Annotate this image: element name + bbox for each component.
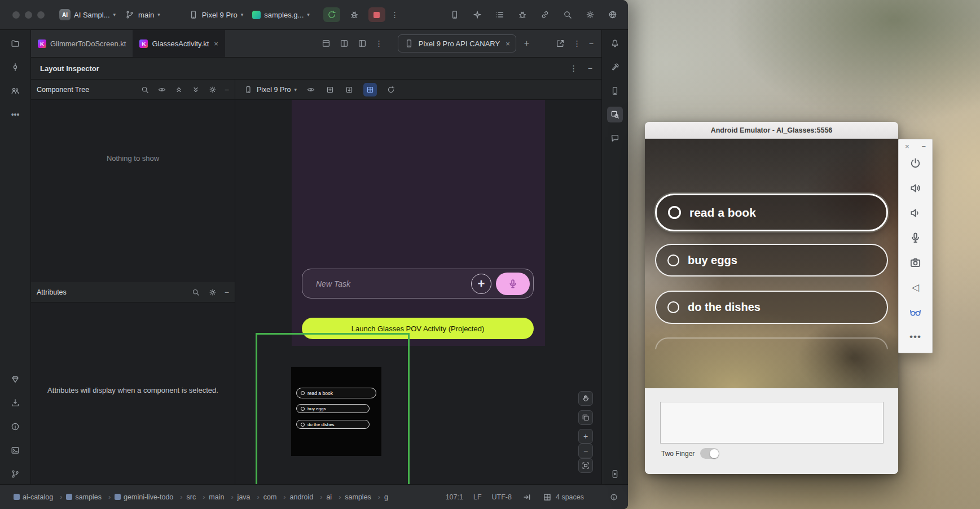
back-button[interactable]: ◁ (898, 275, 933, 300)
add-device-icon[interactable]: + (524, 39, 529, 48)
file-encoding[interactable]: UTF-8 (492, 493, 512, 501)
hide-panel-icon[interactable]: − (589, 40, 594, 47)
visibility-eye-icon[interactable] (157, 85, 167, 95)
debug-button[interactable] (346, 7, 363, 22)
export-snapshot-icon[interactable] (344, 85, 354, 95)
toolbar-close-icon[interactable]: × (905, 142, 909, 151)
git-tool-icon[interactable] (7, 466, 23, 482)
emulator-tool-icon[interactable] (607, 466, 623, 482)
mirror-device-selector[interactable]: Pixel 9 Pro ▾ (243, 85, 297, 95)
close-window-button[interactable] (12, 11, 20, 19)
layers-button[interactable] (578, 410, 593, 425)
minimize-window-button[interactable] (25, 11, 32, 19)
line-separator[interactable]: LF (473, 493, 482, 501)
device-selector[interactable]: Pixel 9 Pro ▾ (184, 7, 248, 22)
attributes-settings-gear-icon[interactable] (208, 287, 218, 297)
todo-item[interactable]: buy eggs (655, 244, 888, 277)
project-selector[interactable]: AI AI Sampl... ▾ (55, 7, 120, 23)
pan-mode-button[interactable] (578, 391, 593, 406)
search-icon[interactable] (140, 85, 150, 95)
search-icon[interactable] (562, 10, 573, 20)
tab-glassesactivity[interactable]: K GlassesActivity.kt × (133, 30, 225, 57)
volume-up-button[interactable] (898, 175, 933, 200)
search-icon[interactable] (191, 287, 201, 297)
problems-icon[interactable] (7, 419, 23, 435)
device-manager-icon[interactable] (607, 83, 623, 99)
gem-icon[interactable] (7, 371, 23, 387)
more-tools-icon[interactable]: ••• (7, 107, 23, 122)
view-mode-split-icon[interactable] (339, 38, 349, 49)
glasses-pov-display[interactable]: read a book buy eggs do the dishes (645, 139, 898, 388)
open-in-new-window-icon[interactable] (555, 38, 565, 49)
volume-down-button[interactable] (898, 200, 933, 225)
ai-sparkle-icon[interactable] (472, 10, 482, 20)
microphone-button[interactable] (898, 225, 933, 250)
live-updates-eye-icon[interactable] (306, 85, 316, 95)
camera-button[interactable] (898, 250, 933, 275)
editor-tabbar: K GlimmerToDoScreen.kt K GlassesActivity… (31, 30, 601, 58)
more-options-button[interactable]: ••• (898, 324, 933, 349)
glasses-mode-button[interactable] (898, 300, 933, 324)
settings-gear-icon[interactable] (585, 10, 595, 20)
attributes-hide-icon[interactable]: − (225, 288, 229, 296)
build-tool-icon[interactable] (607, 59, 623, 75)
panel-more-icon[interactable]: ⋮ (573, 40, 581, 47)
voice-input-button[interactable] (496, 273, 530, 295)
rerun-button[interactable] (323, 7, 340, 22)
editor-more-icon[interactable]: ⋮ (375, 40, 383, 47)
collapse-all-icon[interactable] (191, 85, 201, 95)
snapshot-add-icon[interactable] (325, 85, 335, 95)
terminal-icon[interactable] (7, 442, 23, 458)
tree-hide-icon[interactable]: − (225, 86, 229, 94)
indent-tab-icon[interactable] (522, 492, 532, 502)
chat-bubble-icon[interactable] (607, 130, 623, 146)
info-circle-icon[interactable] (609, 492, 619, 502)
indent-widget[interactable]: 4 spaces (542, 492, 584, 502)
inspector-more-icon[interactable]: ⋮ (570, 64, 578, 72)
close-tab-icon[interactable]: × (214, 40, 218, 48)
toolbar-minimize-icon[interactable]: − (921, 142, 926, 151)
pair-devices-icon[interactable] (540, 10, 550, 20)
view-mode-list-icon[interactable] (321, 38, 331, 49)
add-task-button[interactable]: + (471, 274, 491, 294)
tree-settings-gear-icon[interactable] (208, 85, 218, 95)
device-mirror-icon[interactable] (450, 10, 460, 20)
caret-position[interactable]: 107:1 (446, 493, 463, 501)
commit-icon[interactable] (7, 59, 23, 75)
two-finger-toggle[interactable] (700, 448, 719, 459)
structure-people-icon[interactable] (7, 83, 23, 99)
emulator-titlebar[interactable]: Android Emulator - AI_Glasses:5556 (645, 122, 898, 139)
running-devices-tab[interactable]: Pixel 9 Pro API CANARY × (398, 34, 516, 52)
refresh-icon[interactable] (386, 85, 396, 95)
close-tab-icon[interactable]: × (506, 40, 510, 48)
stop-button[interactable] (368, 7, 385, 22)
notifications-bell-icon[interactable] (607, 36, 623, 51)
vcs-branch-selector[interactable]: main ▾ (120, 7, 165, 22)
tab-glimmertodoscreen[interactable]: K GlimmerToDoScreen.kt (31, 30, 133, 57)
projected-preview-screen[interactable]: read a book buy eggs do the dishes (291, 367, 381, 456)
toggle-deep-inspect-button[interactable] (363, 83, 377, 96)
project-folder-icon[interactable] (7, 36, 23, 51)
todo-item[interactable]: do the dishes (655, 291, 888, 324)
new-task-input[interactable]: New Task + (302, 269, 534, 299)
zoom-window-button[interactable] (37, 11, 45, 19)
inspector-hide-icon[interactable]: − (588, 64, 592, 72)
install-icon[interactable] (7, 395, 23, 411)
task-list-icon[interactable] (495, 10, 505, 20)
zoom-out-button[interactable]: − (578, 444, 593, 458)
view-mode-detail-icon[interactable] (357, 38, 367, 49)
zoom-to-fit-button[interactable] (578, 458, 593, 473)
zoom-in-button[interactable]: + (578, 429, 593, 444)
layout-inspector-tool-icon[interactable] (607, 107, 623, 122)
run-configuration-selector[interactable]: samples.g... ▾ (248, 8, 314, 21)
power-button[interactable] (898, 151, 933, 175)
bug-report-icon[interactable] (517, 10, 528, 20)
mirror-canvas[interactable]: New Task + Launch Glasses POV Activity (… (235, 100, 601, 484)
emulator-text-area[interactable] (660, 402, 884, 444)
expand-all-icon[interactable] (174, 85, 184, 95)
todo-item-selected[interactable]: read a book (655, 194, 888, 231)
more-options-icon[interactable]: ⋮ (391, 11, 399, 19)
profile-globe-icon[interactable] (608, 10, 618, 20)
breadcrumb[interactable]: ai-catalog samples gemini-live-todo src … (14, 493, 391, 501)
mirrored-phone-screen[interactable]: New Task + Launch Glasses POV Activity (… (292, 100, 545, 346)
